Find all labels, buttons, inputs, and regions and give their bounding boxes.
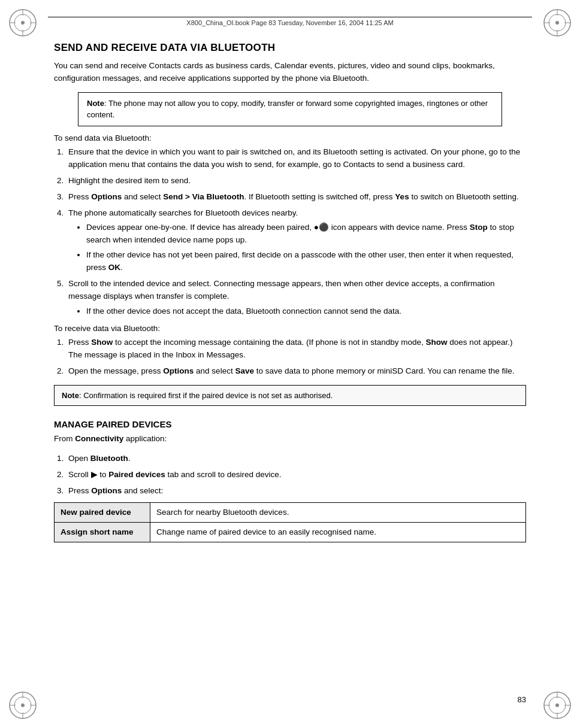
note1-label: Note — [87, 99, 104, 108]
page-number: 83 — [518, 695, 526, 704]
options-table: New paired device Search for nearby Blue… — [54, 502, 526, 543]
send-step-2: Highlight the desired item to send. — [66, 175, 526, 187]
svg-point-2 — [21, 21, 25, 25]
page-container: X800_China_OI.book Page 83 Tuesday, Nove… — [0, 0, 580, 728]
send-step-3: Press Options and select Send > Via Blue… — [66, 191, 526, 204]
show-bold-1: Show — [91, 338, 113, 347]
send-step-1: Ensure that the device in which you want… — [66, 146, 526, 171]
send-bullet-4-1: Devices appear one-by-one. If device has… — [86, 222, 526, 247]
send-receive-title: SEND AND RECEIVE DATA VIA BLUETOOTH — [54, 42, 526, 54]
stop-bold: Stop — [470, 223, 488, 232]
options-bold-2: Options — [163, 366, 194, 375]
send-steps-list: Ensure that the device in which you want… — [66, 146, 526, 318]
send-receive-intro: You can send and receive Contacts cards … — [54, 60, 526, 85]
send-step-4: The phone automatically searches for Blu… — [66, 207, 526, 275]
manage-paired-title: MANAGE PAIRED DEVICES — [54, 419, 526, 429]
send-via-bluetooth-bold: Send > Via Bluetooth — [163, 192, 244, 201]
manage-paired-intro: From Connectivity application: — [54, 433, 526, 445]
receive-step-1: Press Show to accept the incoming messag… — [66, 336, 526, 362]
send-receive-section: SEND AND RECEIVE DATA VIA BLUETOOTH You … — [54, 42, 526, 406]
bt-icon: ●⚫ — [314, 223, 329, 232]
corner-decoration-tr — [539, 5, 575, 41]
desc-new-paired: Search for nearby Bluetooth devices. — [150, 502, 526, 522]
svg-point-9 — [555, 21, 559, 25]
connectivity-bold: Connectivity — [75, 434, 123, 443]
manage-step-2: Scroll ▶ to Paired devices tab and scrol… — [66, 469, 526, 481]
show-bold-2: Show — [426, 338, 448, 347]
send-step-5: Scroll to the intended device and select… — [66, 278, 526, 318]
receive-heading: To receive data via Bluetooth: — [54, 324, 526, 333]
note2-text: Confirmation is required first if the pa… — [83, 391, 333, 400]
note-box-2: Note: Confirmation is required first if … — [54, 385, 526, 407]
manage-steps-list: Open Bluetooth. Scroll ▶ to Paired devic… — [66, 453, 526, 498]
paired-devices-bold: Paired devices — [108, 470, 165, 479]
send-bullet-4-2: If the other device has not yet been pai… — [86, 249, 526, 274]
corner-decoration-tl — [5, 5, 41, 41]
table-row-assign-short: Assign short name Change name of paired … — [55, 523, 526, 542]
corner-decoration-br — [539, 687, 575, 723]
send-step-5-bullets: If the other device does not accept the … — [86, 305, 526, 318]
manage-step-3: Press Options and select: — [66, 485, 526, 498]
send-step-4-bullets: Devices appear one-by-one. If device has… — [86, 222, 526, 274]
send-heading: To send data via Bluetooth: — [54, 134, 526, 142]
svg-point-23 — [555, 703, 559, 707]
header-bar: X800_China_OI.book Page 83 Tuesday, Nove… — [48, 17, 532, 26]
options-bold-1: Options — [91, 192, 122, 201]
svg-point-16 — [21, 703, 25, 707]
save-bold: Save — [235, 366, 254, 375]
ok-bold: OK — [108, 263, 120, 272]
corner-decoration-bl — [5, 687, 41, 723]
note2-label: Note — [62, 391, 79, 400]
desc-assign-short: Change name of paired device to an easil… — [150, 523, 526, 542]
header-text: X800_China_OI.book Page 83 Tuesday, Nove… — [186, 19, 393, 26]
option-assign-short: Assign short name — [55, 523, 150, 542]
note1-colon: : — [104, 99, 108, 108]
manage-step-1: Open Bluetooth. — [66, 453, 526, 465]
options-bold-3: Options — [91, 486, 122, 495]
bluetooth-bold: Bluetooth — [90, 454, 128, 463]
manage-paired-section: MANAGE PAIRED DEVICES From Connectivity … — [54, 419, 526, 542]
receive-steps-list: Press Show to accept the incoming messag… — [66, 336, 526, 378]
note1-text: The phone may not allow you to copy, mod… — [87, 99, 488, 120]
yes-bold: Yes — [395, 192, 409, 201]
receive-step-2: Open the message, press Options and sele… — [66, 365, 526, 378]
content-area: SEND AND RECEIVE DATA VIA BLUETOOTH You … — [54, 42, 526, 692]
option-new-paired: New paired device — [55, 502, 150, 522]
send-bullet-5-1: If the other device does not accept the … — [86, 305, 526, 318]
note-box-1: Note: The phone may not allow you to cop… — [78, 92, 502, 126]
table-row-new-paired: New paired device Search for nearby Blue… — [55, 502, 526, 522]
